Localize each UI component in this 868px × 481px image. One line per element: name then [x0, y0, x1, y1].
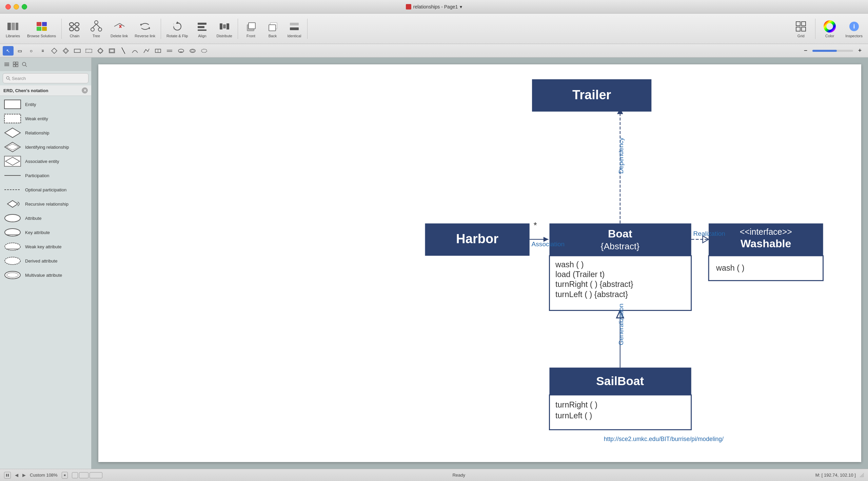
- toolbar-delete-link[interactable]: Delete link: [108, 18, 131, 39]
- delete-link-icon: [113, 20, 126, 33]
- list-item-derived-attribute[interactable]: Derived attribute: [0, 254, 91, 268]
- svg-point-16: [91, 28, 94, 31]
- maximize-button[interactable]: [22, 4, 27, 9]
- select-tool[interactable]: ↖: [3, 46, 14, 56]
- toolbar-color[interactable]: Color: [820, 18, 840, 39]
- prev-page-button[interactable]: ◀: [15, 473, 18, 478]
- zoom-out-button[interactable]: −: [800, 46, 811, 56]
- ellipse-tool[interactable]: ○: [26, 46, 37, 56]
- list-item-optional-participation[interactable]: Optional participation: [0, 183, 91, 197]
- list-item-relationship[interactable]: Relationship: [0, 126, 91, 140]
- pause-button[interactable]: [4, 472, 11, 479]
- curve-tool[interactable]: [130, 46, 140, 56]
- shape-tool-5[interactable]: [95, 46, 106, 56]
- list-item-attribute[interactable]: Attribute: [0, 211, 91, 225]
- svg-rect-67: [4, 65, 9, 66]
- toolbar-back[interactable]: Back: [262, 18, 283, 39]
- svg-rect-31: [220, 23, 222, 29]
- list-item-associative-entity[interactable]: Associative entity: [0, 154, 91, 168]
- list-item-participation[interactable]: Participation: [0, 168, 91, 183]
- coordinates-text: M: [ 192.74, 102.10 ]: [815, 473, 856, 478]
- zoom-stepper[interactable]: [62, 472, 68, 479]
- zoom-in-button[interactable]: +: [854, 46, 865, 56]
- multivalue-attribute-preview: [4, 270, 21, 280]
- toolbar-tree[interactable]: Tree: [86, 18, 106, 39]
- view-icons: [3, 60, 28, 68]
- panel-title-text: ERD, Chen's notation: [3, 88, 48, 93]
- svg-line-18: [93, 24, 96, 28]
- svg-rect-6: [42, 27, 47, 31]
- list-item-identifying-relationship[interactable]: Identifying relationship: [0, 140, 91, 154]
- minimize-button[interactable]: [14, 4, 19, 9]
- page-size-3[interactable]: [90, 472, 102, 478]
- svg-rect-1: [12, 23, 15, 30]
- svg-rect-55: [110, 49, 114, 52]
- toolbar-reverse-link[interactable]: Reverse link: [132, 18, 158, 39]
- grid-view-icon[interactable]: [12, 60, 20, 68]
- canvas-container[interactable]: Trailer Harbor Boat {Abstract} wash ( ) …: [92, 58, 868, 469]
- panel-close-button[interactable]: ✕: [82, 87, 88, 93]
- next-page-button[interactable]: ▶: [22, 473, 26, 478]
- tool-7[interactable]: [153, 46, 163, 56]
- svg-rect-50: [74, 49, 80, 53]
- grid-label: Grid: [797, 34, 805, 38]
- reverse-link-label: Reverse link: [135, 34, 155, 38]
- shape-tool-4[interactable]: [83, 46, 94, 56]
- search-view-icon[interactable]: [20, 60, 28, 68]
- canvas[interactable]: Trailer Harbor Boat {Abstract} wash ( ) …: [98, 64, 861, 462]
- list-view-icon[interactable]: [3, 60, 11, 68]
- weak-entity-label: Weak entity: [25, 116, 48, 121]
- toolbar-inspectors[interactable]: i Inspectors: [843, 18, 865, 39]
- diagram-svg: Trailer Harbor Boat {Abstract} wash ( ) …: [98, 64, 861, 462]
- list-item-multivalue-attribute[interactable]: Multivalue attribute: [0, 268, 91, 282]
- participation-preview: [4, 170, 21, 181]
- derived-attribute-label: Derived attribute: [25, 258, 57, 264]
- shape-tool-2[interactable]: [60, 46, 71, 56]
- toolbar-identical[interactable]: Identical: [284, 18, 304, 39]
- multivalue-attribute-shape-svg: [4, 270, 21, 280]
- shape-tool-6[interactable]: [106, 46, 117, 56]
- close-button[interactable]: [5, 4, 11, 9]
- back-label: Back: [269, 34, 277, 38]
- svg-marker-111: [64, 475, 66, 476]
- list-item-entity[interactable]: Entity: [0, 97, 91, 111]
- key-attribute-preview: [4, 227, 21, 237]
- associative-entity-preview: [4, 156, 21, 166]
- list-item-recursive-relationship[interactable]: Recursive relationship: [0, 197, 91, 211]
- toolbar-chain[interactable]: Chain: [64, 18, 85, 39]
- status-text: Ready: [452, 473, 465, 478]
- list-item-weak-key-attribute[interactable]: Weak key attribute: [0, 239, 91, 254]
- toolbar-grid[interactable]: Grid: [791, 18, 811, 39]
- optional-participation-preview: [4, 185, 21, 195]
- resize-handle[interactable]: [859, 472, 864, 478]
- toolbar-rotate-flip[interactable]: Rotate & Flip: [164, 18, 191, 39]
- arrow-tool[interactable]: ╲: [118, 46, 129, 56]
- toolbar-align[interactable]: Align: [192, 18, 212, 39]
- list-item-weak-entity[interactable]: Weak entity: [0, 111, 91, 126]
- toolbar-browse-solutions[interactable]: Browse Solutions: [24, 18, 59, 39]
- tool-10[interactable]: [187, 46, 198, 56]
- window-title: relationships - Page1 ▾: [406, 4, 462, 9]
- toolbar-distribute[interactable]: Distribute: [214, 18, 235, 39]
- text-tool[interactable]: ≡: [37, 46, 48, 56]
- page-size-1[interactable]: [72, 472, 78, 478]
- watermark-text: http://sce2.umkc.edu/BIT/burrise/pi/mode…: [604, 436, 724, 442]
- page-size-2[interactable]: [79, 472, 88, 478]
- svg-rect-51: [86, 49, 92, 53]
- svg-text:turnLeft ( ) {abstract}: turnLeft ( ) {abstract}: [555, 290, 628, 299]
- tool-9[interactable]: [176, 46, 186, 56]
- svg-text:SailBoat: SailBoat: [596, 374, 644, 388]
- shape-tool-3[interactable]: [72, 46, 83, 56]
- zoom-slider[interactable]: [812, 50, 853, 52]
- tool-8[interactable]: [164, 46, 175, 56]
- list-item-key-attribute[interactable]: Key attribute: [0, 225, 91, 239]
- recursive-relationship-label: Recursive relationship: [25, 202, 68, 207]
- polyline-tool[interactable]: [141, 46, 152, 56]
- tool-11[interactable]: [199, 46, 210, 56]
- rect-tool[interactable]: ▭: [14, 46, 25, 56]
- search-box[interactable]: Search: [3, 73, 88, 83]
- toolbar-libraries[interactable]: Libraries: [3, 18, 23, 39]
- tree-icon: [90, 20, 103, 33]
- shape-tool-1[interactable]: [49, 46, 60, 56]
- toolbar-front[interactable]: Front: [241, 18, 261, 39]
